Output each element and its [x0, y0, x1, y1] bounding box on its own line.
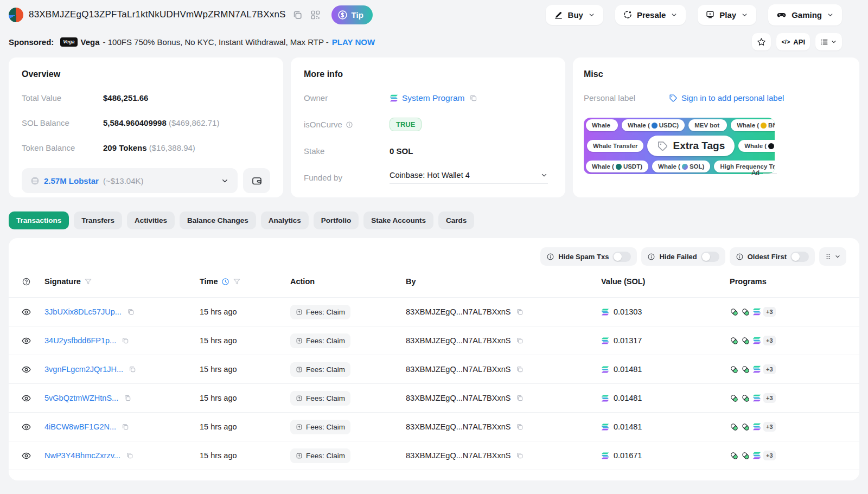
copy-icon[interactable] — [120, 336, 130, 345]
transactions-panel: Hide Spam Txs Hide Failed Oldest First S… — [9, 238, 859, 480]
chevron-down-icon — [831, 39, 837, 45]
tab-cards[interactable]: Cards — [438, 211, 474, 229]
info-icon[interactable] — [346, 121, 353, 129]
qr-code-button[interactable] — [309, 9, 322, 21]
extra-tags-ad-banner[interactable]: Whale Whale (USDC) MEV bot Whale (BNSOL)… — [584, 118, 775, 174]
pump-program-icon[interactable] — [741, 451, 750, 460]
signature-link[interactable]: 3JbUXix8DLc57JUp... — [44, 307, 122, 316]
pump-program-icon[interactable] — [741, 365, 750, 374]
stake-value: 0 SOL — [390, 146, 552, 156]
tab-analytics[interactable]: Analytics — [261, 211, 309, 229]
toggle-switch[interactable] — [790, 252, 809, 262]
copy-icon[interactable] — [125, 451, 135, 460]
nav-gaming-button[interactable]: Gaming — [768, 4, 842, 25]
pump-program-icon[interactable] — [741, 422, 750, 432]
owner-label: Owner — [304, 93, 390, 102]
tab-stake-accounts[interactable]: Stake Accounts — [363, 211, 433, 229]
signature-link[interactable]: 3vgnFLgcm2JQr1JH... — [44, 365, 123, 374]
presale-icon — [623, 10, 632, 19]
tab-balance-changes[interactable]: Balance Changes — [180, 211, 256, 229]
clock-icon[interactable] — [221, 278, 229, 286]
pump-program-icon[interactable] — [730, 307, 739, 317]
pump-program-icon[interactable] — [741, 394, 750, 403]
vega-logo[interactable]: Vega — [60, 37, 77, 47]
toggle-switch[interactable] — [612, 252, 631, 262]
api-button[interactable]: </> API — [776, 33, 810, 50]
pump-program-icon[interactable] — [741, 307, 750, 317]
copy-icon[interactable] — [120, 422, 130, 432]
filter-icon[interactable] — [233, 278, 241, 286]
more-programs-badge[interactable]: +3 — [763, 364, 776, 374]
token-usd: (~$13.04K) — [103, 176, 144, 185]
pump-program-icon[interactable] — [730, 451, 739, 460]
copy-icon[interactable] — [123, 393, 132, 403]
copy-icon[interactable] — [515, 307, 525, 317]
tab-portfolio[interactable]: Portfolio — [314, 211, 359, 229]
copy-icon[interactable] — [126, 307, 136, 317]
pump-program-icon[interactable] — [730, 422, 739, 432]
preview-eye-icon[interactable] — [22, 365, 31, 374]
sign-in-link[interactable]: Sign in to add personal label — [669, 93, 848, 102]
solana-program-icon[interactable] — [752, 365, 761, 373]
toggle-switch[interactable] — [701, 252, 719, 262]
column-settings-button[interactable] — [819, 247, 846, 266]
preview-eye-icon[interactable] — [22, 394, 31, 403]
by-address: 83XBMJZEgQ...N7AL7BXxnS — [406, 307, 510, 316]
sol-value: 0.01481 — [614, 365, 642, 374]
view-options-button[interactable] — [815, 33, 842, 50]
tab-activities[interactable]: Activities — [127, 211, 175, 229]
copy-icon[interactable] — [515, 336, 525, 345]
help-icon[interactable] — [22, 277, 44, 286]
sol-value: 0.01317 — [614, 336, 642, 345]
more-programs-badge[interactable]: +3 — [763, 451, 776, 460]
action-badge: Fees: Claim — [290, 420, 350, 434]
wallet-portfolio-button[interactable] — [243, 168, 270, 193]
copy-icon[interactable] — [468, 93, 478, 103]
signature-link[interactable]: 34U2ysfbdd6FP1p... — [44, 336, 116, 345]
hide-spam-toggle[interactable]: Hide Spam Txs — [540, 247, 637, 266]
copy-icon[interactable] — [515, 451, 525, 460]
signature-link[interactable]: 5vGbQztmWZHtnS... — [44, 394, 118, 402]
token-dropdown[interactable]: 2.57M Lobstar (~$13.04K) — [22, 168, 238, 193]
signature-link[interactable]: 4iBCW8wBF1G2N... — [44, 422, 116, 431]
copy-icon[interactable] — [515, 422, 525, 432]
copy-icon[interactable] — [515, 393, 525, 403]
play-now-link[interactable]: PLAY NOW — [332, 37, 375, 47]
signature-link[interactable]: NwP3Y4BhmcZxrzv... — [44, 451, 120, 460]
tip-button[interactable]: Tip — [331, 5, 373, 24]
preview-eye-icon[interactable] — [22, 451, 31, 460]
nav-presale-button[interactable]: Presale — [615, 5, 686, 25]
more-programs-badge[interactable]: +3 — [763, 336, 776, 345]
nav-buy-button[interactable]: Buy — [546, 5, 603, 25]
oldest-first-toggle[interactable]: Oldest First — [730, 247, 815, 266]
solana-program-icon[interactable] — [752, 423, 761, 431]
copy-icon[interactable] — [515, 364, 525, 374]
pump-program-icon[interactable] — [741, 336, 750, 345]
copy-address-button[interactable] — [291, 9, 304, 21]
copy-icon[interactable] — [127, 364, 137, 374]
filter-icon[interactable] — [84, 278, 92, 286]
more-programs-badge[interactable]: +3 — [763, 393, 776, 403]
hide-failed-toggle[interactable]: Hide Failed — [641, 247, 725, 266]
solana-program-icon[interactable] — [752, 337, 761, 344]
info-icon — [546, 253, 554, 261]
solana-program-icon[interactable] — [752, 452, 761, 459]
tab-transfers[interactable]: Transfers — [74, 211, 122, 229]
nav-play-button[interactable]: Play — [698, 5, 756, 25]
claim-icon — [296, 424, 303, 431]
tab-transactions[interactable]: Transactions — [9, 211, 69, 229]
solana-program-icon[interactable] — [752, 308, 761, 316]
solana-program-icon[interactable] — [752, 394, 761, 402]
preview-eye-icon[interactable] — [22, 422, 31, 432]
preview-eye-icon[interactable] — [22, 336, 31, 345]
favorite-button[interactable] — [752, 33, 771, 50]
preview-eye-icon[interactable] — [22, 307, 31, 317]
pump-program-icon[interactable] — [730, 394, 739, 403]
pump-program-icon[interactable] — [730, 336, 739, 345]
owner-link[interactable]: System Program — [402, 93, 464, 103]
pump-program-icon[interactable] — [730, 365, 739, 374]
chevron-down-icon — [834, 253, 841, 260]
more-programs-badge[interactable]: +3 — [763, 307, 776, 317]
funded-by-dropdown[interactable]: Coinbase: Hot Wallet 4 — [390, 171, 548, 184]
more-programs-badge[interactable]: +3 — [763, 422, 776, 432]
